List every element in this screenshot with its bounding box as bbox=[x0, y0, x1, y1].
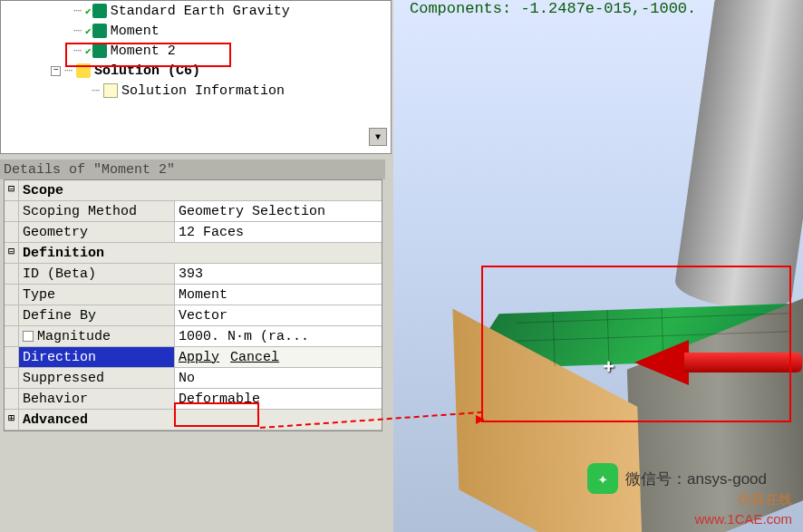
watermark-url: www.1CAE.com bbox=[694, 511, 792, 527]
tree-label: Standard Earth Gravity bbox=[111, 4, 290, 19]
prop-key: Magnitude bbox=[19, 326, 175, 346]
prop-value[interactable]: 393 bbox=[175, 264, 382, 284]
details-grid: ⊟ Scope Scoping Method Geometry Selectio… bbox=[4, 179, 382, 431]
tree-item-gravity[interactable]: ┈✔ Standard Earth Gravity bbox=[1, 1, 391, 21]
row-define-by[interactable]: Define By Vector bbox=[5, 305, 382, 326]
annotation-box bbox=[65, 43, 231, 67]
prop-key: ID (Beta) bbox=[19, 264, 175, 284]
checkbox-icon[interactable] bbox=[23, 331, 34, 342]
load-icon bbox=[92, 4, 107, 18]
row-suppressed[interactable]: Suppressed No bbox=[5, 368, 382, 389]
row-magnitude[interactable]: Magnitude 1000. N·m (ra... bbox=[5, 326, 382, 347]
details-title-text: Details of "Moment 2" bbox=[4, 162, 175, 178]
prop-value[interactable]: 1000. N·m (ra... bbox=[175, 326, 382, 346]
info-icon bbox=[103, 83, 118, 98]
watermark-cn: 仿真在线 bbox=[738, 491, 792, 508]
row-type[interactable]: Type Moment bbox=[5, 285, 382, 305]
cancel-button[interactable]: Cancel bbox=[230, 350, 279, 365]
section-header: Definition bbox=[19, 243, 382, 263]
section-scope[interactable]: ⊟ Scope bbox=[5, 180, 382, 201]
wechat-text: 微信号：ansys-good bbox=[625, 469, 767, 489]
prop-value[interactable]: No bbox=[175, 368, 382, 388]
prop-value[interactable]: Moment bbox=[175, 285, 382, 305]
annotation-arrowhead bbox=[476, 415, 485, 424]
collapse-icon[interactable]: ⊟ bbox=[5, 243, 19, 263]
expand-icon[interactable]: ⊞ bbox=[5, 410, 19, 430]
prop-key: Geometry bbox=[19, 222, 175, 242]
prop-key: Suppressed bbox=[19, 368, 175, 388]
details-panel-title: Details of "Moment 2" bbox=[0, 160, 385, 179]
collapse-icon[interactable]: ⊟ bbox=[5, 180, 19, 200]
wechat-badge: ✦ 微信号：ansys-good bbox=[587, 463, 767, 494]
section-definition[interactable]: ⊟ Definition bbox=[5, 243, 382, 264]
prop-key: Direction bbox=[19, 347, 175, 367]
load-icon bbox=[92, 24, 107, 38]
tree-item-moment[interactable]: ┈✔ Moment bbox=[1, 21, 391, 41]
wechat-icon: ✦ bbox=[587, 463, 618, 494]
annotation-box bbox=[174, 402, 259, 427]
check-icon: ✔ bbox=[85, 5, 92, 17]
prop-key: Behavior bbox=[19, 389, 175, 409]
apply-button[interactable]: Apply bbox=[179, 350, 219, 365]
prop-value[interactable]: Vector bbox=[175, 305, 382, 325]
annotation-box bbox=[481, 266, 791, 422]
prop-key: Scoping Method bbox=[19, 201, 175, 221]
row-id-beta[interactable]: ID (Beta) 393 bbox=[5, 264, 382, 285]
collapse-icon[interactable]: − bbox=[51, 66, 61, 76]
tree-item-solution-info[interactable]: ┈ Solution Information bbox=[1, 81, 391, 101]
row-scoping-method[interactable]: Scoping Method Geometry Selection bbox=[5, 201, 382, 222]
row-direction[interactable]: Direction Apply Cancel bbox=[5, 347, 382, 368]
components-readout: Components: -1.2487e-015,-1000. bbox=[410, 0, 696, 17]
prop-key: Define By bbox=[19, 305, 175, 325]
scroll-down-button[interactable]: ▼ bbox=[369, 128, 387, 146]
prop-key: Type bbox=[19, 285, 175, 305]
check-icon: ✔ bbox=[85, 25, 92, 37]
tree-label: Moment bbox=[111, 24, 160, 39]
prop-value[interactable]: Geometry Selection bbox=[175, 201, 382, 221]
tree-label: Solution Information bbox=[121, 83, 285, 99]
outline-tree: ┈✔ Standard Earth Gravity ┈✔ Moment ┈✔ M… bbox=[0, 0, 392, 154]
prop-value[interactable]: 12 Faces bbox=[175, 222, 382, 242]
prop-value: Apply Cancel bbox=[175, 347, 382, 367]
row-geometry[interactable]: Geometry 12 Faces bbox=[5, 222, 382, 243]
section-header: Scope bbox=[19, 180, 382, 200]
